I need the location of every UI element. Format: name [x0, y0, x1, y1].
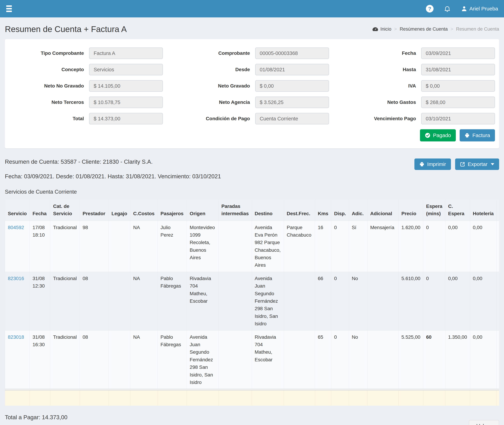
page-title: Resumen de Cuenta + Factura A	[5, 24, 127, 34]
breadcrumb-separator: >	[451, 27, 453, 32]
services-section-title: Servicios de Cuenta Corriente	[5, 189, 499, 195]
services-table-scroll[interactable]: Servicio Fecha Cat. de Servicio Prestado…	[5, 199, 499, 406]
neto-terceros-input[interactable]	[89, 97, 163, 108]
condicion-pago-label: Condición de Pago	[175, 116, 255, 121]
footer-cell	[80, 390, 109, 406]
header-paradas-intermedias: Paradas intermedias	[219, 199, 252, 221]
table-cell: No	[349, 272, 367, 330]
table-cell: 65	[315, 330, 331, 389]
footer-cell	[130, 390, 158, 406]
header-clipped: F	[497, 199, 499, 221]
table-separator	[5, 389, 499, 390]
total-a-pagar: Total a Pagar: 14.373,00	[5, 414, 67, 421]
table-cell: Pablo Fábregas	[158, 330, 187, 389]
vencimiento-pago-label: Vencimiento Pago	[341, 116, 421, 121]
neto-gastos-input[interactable]	[421, 97, 495, 108]
table-cell	[109, 272, 130, 330]
table-cell	[284, 272, 315, 330]
user-menu[interactable]: Ariel Prueba	[461, 6, 498, 12]
imprimir-label: Imprimir	[427, 161, 446, 167]
footer-cell	[315, 390, 331, 406]
table-cell: Montevideo 1099 Recoleta, Buenos Aires	[187, 221, 219, 272]
iva-input[interactable]	[421, 80, 495, 92]
table-cell	[284, 330, 315, 389]
dates-summary-line: Fecha: 03/09/2021. Desde: 01/08/2021. Ha…	[5, 173, 499, 180]
total-input[interactable]	[89, 113, 163, 124]
neto-agencia-input[interactable]	[255, 97, 329, 108]
pagado-label: Pagado	[433, 132, 451, 138]
table-cell: 08	[80, 272, 109, 330]
hasta-input[interactable]	[421, 64, 495, 75]
help-icon[interactable]: ?	[426, 5, 434, 13]
concepto-label: Concepto	[9, 67, 89, 72]
hamburger-menu-icon[interactable]	[5, 4, 13, 14]
footer-cell	[331, 390, 349, 406]
table-cell: NA	[130, 272, 158, 330]
chevron-down-icon	[491, 163, 494, 165]
service-link[interactable]: 823016	[8, 276, 24, 281]
condicion-pago-input[interactable]	[255, 113, 329, 124]
invoice-panel: Tipo Comprobante Concepto Neto No Gravad…	[5, 39, 499, 148]
print-icon	[419, 162, 424, 167]
footer-cell	[284, 390, 315, 406]
pagado-button[interactable]: Pagado	[420, 129, 456, 141]
table-cell	[367, 272, 398, 330]
tipo-comprobante-label: Tipo Comprobante	[9, 50, 89, 56]
header-adicional: Adicional	[367, 199, 398, 221]
table-cell: Avenida Juan Segundo Fernández 298 San I…	[252, 272, 284, 330]
table-footer-row	[5, 390, 499, 406]
table-cell: 0	[423, 221, 445, 272]
user-icon	[461, 6, 467, 12]
exportar-button[interactable]: Exportar	[455, 159, 499, 170]
table-cell: 98	[80, 221, 109, 272]
header-c-costos: C.Costos	[130, 199, 158, 221]
neto-gravado-input[interactable]	[255, 80, 329, 92]
account-summary-line: Resumen de Cuenta: 53587 - Cliente: 2183…	[5, 159, 153, 165]
footer-cell	[398, 390, 423, 406]
table-cell: 1	[497, 272, 499, 330]
footer-cell	[445, 390, 470, 406]
table-cell: Parque Chacabuco	[284, 221, 315, 272]
table-cell: Sí	[349, 221, 367, 272]
table-cell: 0	[497, 221, 499, 272]
table-cell: 823016	[5, 272, 30, 330]
table-cell	[367, 330, 398, 389]
table-cell: NA	[130, 221, 158, 272]
dashboard-icon	[372, 27, 378, 31]
service-link[interactable]: 823018	[8, 334, 24, 340]
service-row: 804592 17/08 18:10 Tradicional 98 NA Jul…	[5, 221, 499, 272]
fecha-input[interactable]	[421, 47, 495, 59]
table-cell: 16	[315, 221, 331, 272]
desde-input[interactable]	[255, 64, 329, 75]
breadcrumb-item-resumenes[interactable]: Resúmenes de Cuenta	[400, 27, 448, 32]
table-cell: Avenida Eva Perón 982 Parque Chacabuco, …	[252, 221, 284, 272]
footer-cell	[30, 390, 50, 406]
factura-label: Factura	[472, 132, 490, 138]
table-cell: 0	[331, 330, 349, 389]
comprobante-input[interactable]	[255, 47, 329, 59]
print-icon	[464, 133, 470, 138]
service-link[interactable]: 804592	[8, 225, 24, 230]
table-cell: Tradicional	[50, 330, 80, 389]
neto-no-gravado-input[interactable]	[89, 80, 163, 92]
header-adic: Adic.	[349, 199, 367, 221]
table-cell: Avenida Juan Segundo Fernández 298 San I…	[187, 330, 219, 389]
imprimir-button[interactable]: Imprimir	[414, 159, 451, 170]
table-cell: 1.620,00	[398, 221, 423, 272]
table-cell: Julio Perez	[158, 221, 187, 272]
bell-icon[interactable]	[444, 5, 451, 12]
table-cell	[109, 330, 130, 389]
tipo-comprobante-input[interactable]	[89, 47, 163, 59]
header-prestador: Prestador	[80, 199, 109, 221]
header-legajo: Legajo	[109, 199, 130, 221]
total-label: Total	[9, 116, 89, 121]
volver-button[interactable]: Volver	[469, 420, 499, 425]
table-cell	[219, 330, 252, 389]
vencimiento-pago-input[interactable]	[421, 113, 495, 124]
table-cell: Pablo Fábregas	[158, 272, 187, 330]
table-cell: 5.610,00	[398, 272, 423, 330]
concepto-input[interactable]	[89, 64, 163, 75]
export-icon	[460, 162, 465, 167]
factura-button[interactable]: Factura	[460, 129, 495, 141]
breadcrumb-item-inicio[interactable]: Inicio	[380, 27, 391, 32]
